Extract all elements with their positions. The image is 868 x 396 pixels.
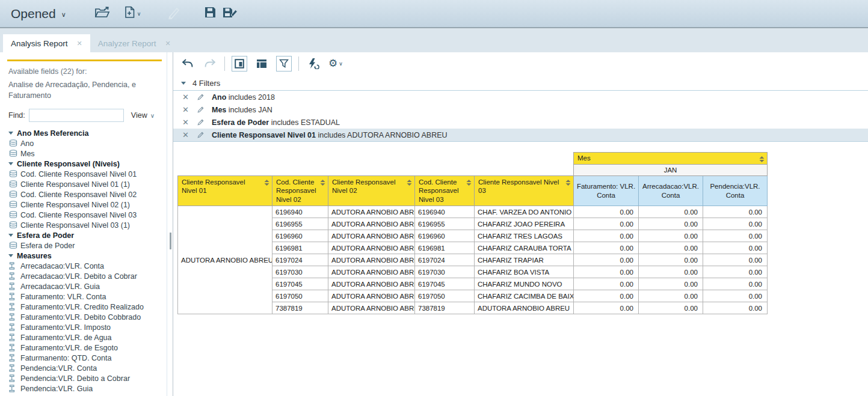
value-cell[interactable]: 0.00 [703,278,768,290]
value-cell[interactable]: 0.00 [639,230,703,242]
field-item[interactable]: Faturamento:VLR. Imposto [8,322,159,332]
tab-analysis-report[interactable]: Analysis Report ✕ [3,34,90,52]
value-cell[interactable]: 0.00 [639,242,703,254]
field-item[interactable]: Cod. Cliente Responsavel Nivel 01 [8,169,159,179]
member-cell[interactable]: 6197045 [272,278,328,290]
field-item[interactable]: Esfera de Poder [8,240,159,251]
member-cell[interactable]: ADUTORA ARNOBIO ABREU [328,302,415,314]
value-cell[interactable]: 0.00 [703,242,768,254]
value-cell[interactable]: 0.00 [639,254,703,266]
field-item[interactable]: Cliente Responsavel Nivel 02 (1) [8,200,159,210]
auto-refresh-button[interactable] [306,56,321,72]
member-cell[interactable]: CHAF. VARZEA DO ANTONIO [475,206,574,218]
edit-button-disabled[interactable] [166,6,180,22]
value-cell[interactable]: 0.00 [703,218,768,230]
member-cell[interactable]: 7387819 [415,302,475,314]
field-item[interactable]: Pendencia:VLR. Guia [8,383,159,394]
edit-filter-icon[interactable] [197,131,205,139]
filter-row[interactable]: ✕Mes includes JAN [173,103,868,116]
field-item[interactable]: Mes [8,148,159,159]
member-cell[interactable]: 6197030 [415,266,475,278]
open-folder-button[interactable] [94,7,110,21]
value-cell[interactable]: 0.00 [574,230,639,242]
member-cell[interactable]: 6197030 [272,266,328,278]
close-icon[interactable]: ✕ [77,40,82,47]
measure-header[interactable]: Faturamento: VLR. Conta [574,176,639,206]
sort-icon[interactable] [264,179,269,187]
value-cell[interactable]: 0.00 [574,242,639,254]
field-item[interactable]: Cod. Cliente Responsavel Nivel 03 [8,210,159,220]
member-cell[interactable]: ADUTORA ARNOBIO ABREU [328,290,415,302]
field-group-header[interactable]: Ano Mes Referencia [8,128,159,138]
save-button[interactable] [205,7,216,20]
member-cell[interactable]: CHAFARIZ BOA VISTA [475,266,574,278]
field-item[interactable]: Faturamento:VLR. Credito Realizado [8,302,159,312]
member-cell[interactable]: ADUTORA ARNOBIO ABREU [328,242,415,254]
undo-button[interactable] [180,56,195,72]
row-dimension-header[interactable]: Cliente Responsavel Nivel 02 [328,176,415,206]
value-cell[interactable]: 0.00 [703,266,768,278]
value-cell[interactable]: 0.00 [639,206,703,218]
member-cell[interactable]: 6197050 [272,290,328,302]
value-cell[interactable]: 0.00 [703,230,768,242]
sort-icon[interactable] [565,179,571,187]
field-group-header[interactable]: Measures [8,251,159,261]
value-cell[interactable]: 0.00 [574,266,639,278]
col-dimension-header-mes[interactable]: Mes [574,153,768,165]
field-item[interactable]: Faturmanento: QTD. Conta [8,353,159,363]
member-cell[interactable]: ADUTORA ARNOBIO ABREU [328,266,415,278]
field-item[interactable]: Arrecadacao:VLR. Debito a Cobrar [8,271,159,281]
member-cell[interactable]: 6196940 [415,206,475,218]
member-cell[interactable]: 6197050 [415,290,475,302]
measure-header[interactable]: Pendencia:VLR. Conta [703,176,768,206]
value-cell[interactable]: 0.00 [639,290,703,302]
field-group-header[interactable]: Cliente Responsavel (Níveis) [8,159,159,169]
member-cell[interactable]: ADUTORA ARNOBIO ABREU [328,230,415,242]
remove-filter-icon[interactable]: ✕ [182,105,190,114]
opened-menu-button[interactable]: Opened ∨ [11,7,66,21]
field-item[interactable]: Cod. Cliente Responsavel Nivel 02 [8,189,159,200]
member-cell[interactable]: 6196981 [415,242,475,254]
measure-header[interactable]: Arrecadacao:VLR. Conta [639,176,703,206]
field-item[interactable]: Faturamento:VLR. Debito Cobbrado [8,312,159,322]
member-cell[interactable]: 6197045 [415,278,475,290]
value-cell[interactable]: 0.00 [574,278,639,290]
member-cell[interactable]: 6196955 [272,218,328,230]
value-cell[interactable]: 0.00 [639,218,703,230]
member-cell[interactable]: ADUTORA ARNOBIO ABREU [475,302,574,314]
field-item[interactable]: Cliente Responsavel Nivel 03 (1) [8,220,159,230]
member-cell[interactable]: CHAFARIZ CARAUBA TORTA [475,242,574,254]
value-cell[interactable]: 0.00 [574,302,639,314]
col-member-cell[interactable]: JAN [574,165,768,176]
toggle-filter-panel-button[interactable] [276,56,292,72]
field-item[interactable]: Arrecadacao:VLR. Guia [8,281,159,291]
row-dimension-header[interactable]: Cod. Cliente Responsavel Nivel 02 [272,176,328,206]
member-cell[interactable]: ADUTORA ARNOBIO ABREU [328,278,415,290]
member-cell[interactable]: 6196940 [272,206,328,218]
value-cell[interactable]: 0.00 [574,218,639,230]
field-item[interactable]: Faturamento:VLR. de Agua [8,332,159,343]
field-item[interactable]: Faturamento: VLR. Conta [8,291,159,302]
value-cell[interactable]: 0.00 [574,206,639,218]
filter-row[interactable]: ✕Cliente Responsavel Nivel 01 includes A… [173,129,868,141]
find-input[interactable] [29,109,124,122]
value-cell[interactable]: 0.00 [574,254,639,266]
row-dimension-header[interactable]: Cliente Responsavel Nivel 01 [178,176,272,206]
value-cell[interactable]: 0.00 [703,290,768,302]
value-cell[interactable]: 0.00 [639,266,703,278]
member-cell[interactable]: 6197024 [272,254,328,266]
filter-row[interactable]: ✕Esfera de Poder includes ESTADUAL [173,116,868,129]
member-cell[interactable]: CHAFARIZ JOAO PEREIRA [475,218,574,230]
member-cell[interactable]: 6196955 [415,218,475,230]
member-cell[interactable]: CHAFARIZ MUNDO NOVO [475,278,574,290]
value-cell[interactable]: 0.00 [639,302,703,314]
close-icon[interactable]: ✕ [165,40,171,47]
panel-splitter[interactable] [167,52,173,396]
member-cell[interactable]: ADUTORA ARNOBIO ABREU [328,254,415,266]
member-cell[interactable]: ADUTORA ARNOBIO ABREU [328,206,415,218]
member-cell[interactable]: CHAFARIZ TRES LAGOAS [475,230,574,242]
row-dimension-header[interactable]: Cod. Cliente Responsavel Nivel 03 [415,176,475,206]
field-item[interactable]: Ano [8,138,159,148]
row-dimension-header[interactable]: Cliente Responsavel Nivel 03 [475,176,574,206]
field-item[interactable]: Pendencia:VLR. Conta [8,363,159,373]
